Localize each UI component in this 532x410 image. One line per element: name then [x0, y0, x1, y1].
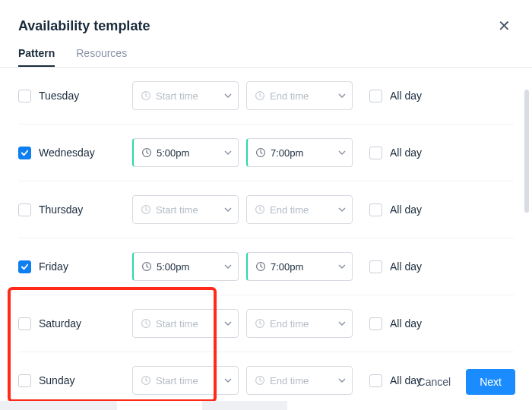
end-time-input[interactable]: 7:00pm: [246, 138, 353, 167]
end-time-text: End time: [270, 204, 334, 216]
clock-icon: [255, 261, 266, 272]
day-row: ThursdayStart timeEnd timeAll day: [18, 181, 514, 238]
end-time-input[interactable]: 7:00pm: [246, 252, 353, 281]
chevron-down-icon: [224, 206, 232, 213]
chevron-down-icon: [338, 92, 346, 99]
start-time-text: Start time: [156, 90, 220, 102]
end-time-text: 7:00pm: [271, 147, 334, 159]
tabs: Pattern Resources: [0, 41, 532, 68]
close-icon: ✕: [498, 17, 511, 34]
next-button[interactable]: Next: [466, 369, 515, 395]
chevron-down-icon: [338, 320, 346, 327]
day-checkbox[interactable]: [18, 317, 31, 330]
cancel-button[interactable]: Cancel: [413, 370, 456, 394]
clock-icon: [255, 90, 265, 101]
chevron-down-icon: [338, 149, 346, 156]
allday-label: All day: [390, 147, 422, 159]
clock-icon: [141, 375, 151, 386]
allday-label: All day: [390, 90, 422, 102]
allday-checkbox[interactable]: [369, 90, 382, 102]
start-time-input[interactable]: 5:00pm: [132, 252, 239, 281]
day-row: Wednesday5:00pm7:00pmAll day: [18, 125, 514, 181]
start-time-text: Start time: [156, 204, 220, 216]
allday-label: All day: [390, 317, 422, 330]
end-time-input[interactable]: End time: [246, 366, 353, 395]
clock-icon: [141, 204, 151, 215]
end-time-text: End time: [270, 375, 334, 386]
allday-checkbox[interactable]: [369, 374, 382, 387]
day-row: TuesdayStart timeEnd timeAll day: [18, 68, 514, 125]
start-time-input[interactable]: Start time: [132, 309, 239, 338]
start-time-text: Start time: [156, 318, 220, 330]
day-row: SaturdayStart timeEnd timeAll day: [18, 295, 514, 352]
tab-pattern[interactable]: Pattern: [18, 41, 55, 67]
day-label: Wednesday: [39, 147, 95, 159]
start-time-input[interactable]: Start time: [132, 366, 239, 395]
chevron-down-icon: [224, 320, 232, 327]
clock-icon: [255, 147, 266, 158]
chevron-down-icon: [224, 377, 232, 384]
end-time-input[interactable]: End time: [246, 195, 353, 224]
start-time-input[interactable]: Start time: [132, 81, 239, 110]
end-time-text: End time: [270, 90, 334, 102]
day-label: Friday: [39, 260, 68, 273]
clock-icon: [141, 90, 151, 101]
end-time-text: End time: [270, 318, 334, 330]
end-time-text: 7:00pm: [271, 261, 334, 273]
tab-resources[interactable]: Resources: [76, 41, 127, 67]
end-time-input[interactable]: End time: [246, 81, 353, 110]
chevron-down-icon: [338, 263, 346, 270]
day-checkbox[interactable]: [18, 260, 31, 273]
allday-label: All day: [390, 203, 422, 216]
day-checkbox[interactable]: [18, 203, 31, 216]
chevron-down-icon: [224, 149, 232, 156]
days-list: TuesdayStart timeEnd timeAll dayWednesda…: [0, 68, 532, 409]
clock-icon: [255, 318, 265, 329]
day-label: Sunday: [39, 374, 74, 386]
close-button[interactable]: ✕: [495, 14, 514, 38]
day-checkbox[interactable]: [18, 90, 31, 102]
allday-checkbox[interactable]: [369, 203, 382, 216]
chevron-down-icon: [338, 206, 346, 213]
start-time-text: 5:00pm: [157, 147, 220, 159]
clock-icon: [141, 261, 152, 272]
start-time-input[interactable]: Start time: [132, 195, 239, 224]
allday-label: All day: [390, 260, 422, 273]
day-checkbox[interactable]: [18, 374, 31, 387]
allday-checkbox[interactable]: [369, 317, 382, 330]
start-time-text: Start time: [156, 375, 220, 386]
clock-icon: [141, 318, 151, 329]
chevron-down-icon: [224, 263, 232, 270]
start-time-input[interactable]: 5:00pm: [132, 138, 239, 167]
day-label: Thursday: [39, 203, 83, 216]
end-time-input[interactable]: End time: [246, 309, 353, 338]
chevron-down-icon: [224, 92, 232, 99]
day-label: Saturday: [39, 317, 81, 330]
start-time-text: 5:00pm: [157, 261, 220, 273]
clock-icon: [255, 375, 265, 386]
chevron-down-icon: [338, 377, 346, 384]
day-checkbox[interactable]: [18, 147, 31, 159]
allday-checkbox[interactable]: [369, 147, 382, 159]
scrollbar[interactable]: [524, 90, 529, 213]
allday-checkbox[interactable]: [369, 260, 382, 273]
page-title: Availability template: [18, 18, 150, 34]
clock-icon: [141, 147, 152, 158]
background-strip: [0, 401, 532, 410]
day-row: Friday5:00pm7:00pmAll day: [18, 238, 514, 295]
day-label: Tuesday: [39, 90, 79, 102]
clock-icon: [255, 204, 265, 215]
